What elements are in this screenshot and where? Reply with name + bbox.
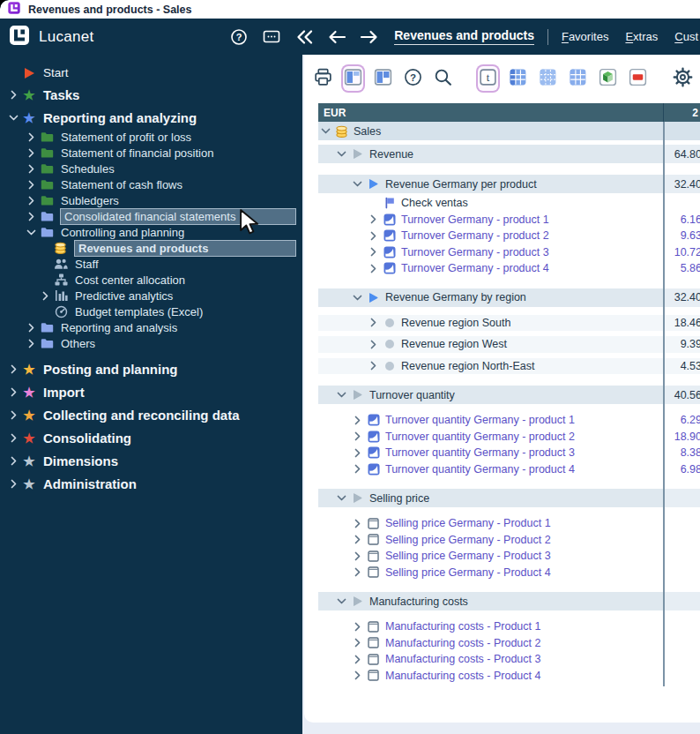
sidebar-item-posting-and-planning[interactable]: ★Posting and planning [0, 357, 302, 380]
printer-icon-button[interactable] [313, 66, 333, 91]
chevron-right-icon[interactable] [352, 621, 363, 633]
row-value[interactable]: 9.63 [663, 228, 700, 244]
row-value[interactable] [663, 489, 700, 507]
double-chevron-left-icon[interactable] [294, 26, 315, 48]
chevron-right-icon[interactable] [352, 447, 363, 459]
chevron-right-icon[interactable] [7, 363, 20, 375]
table-row-turnover-quantity-germany-product-3[interactable]: Turnover quantity Germany - product 38.3… [318, 445, 700, 461]
table-row-turnover-germany-product-1[interactable]: Turnover Germany - product 16.16 [318, 212, 700, 228]
settings-icon-button[interactable] [673, 66, 693, 91]
chevron-right-icon[interactable] [368, 263, 379, 274]
chevron-right-icon[interactable] [7, 455, 20, 467]
help-icon-button[interactable]: ? [403, 66, 423, 91]
chevron-right-icon[interactable] [25, 322, 38, 333]
chevron-right-icon[interactable] [352, 637, 363, 648]
row-value[interactable]: 32.40 [663, 288, 700, 307]
table-row-revenue-region-south[interactable]: Revenue region South18.46 [318, 315, 700, 332]
row-value[interactable] [663, 565, 700, 581]
text-view-icon-button[interactable]: t [478, 66, 498, 91]
table-row-sales[interactable]: Sales [318, 122, 700, 140]
sidebar-item-staff[interactable]: Staff [0, 256, 302, 272]
table-row-turnover-quantity-germany-product-1[interactable]: Turnover quantity Germany - product 16.2… [318, 412, 700, 429]
chevron-right-icon[interactable] [39, 290, 52, 302]
chevron-right-icon[interactable] [25, 131, 38, 143]
sidebar-item-predictive-analytics[interactable]: Predictive analytics [0, 288, 302, 303]
chevron-right-icon[interactable] [352, 654, 363, 665]
row-value[interactable] [663, 532, 700, 549]
chevron-right-icon[interactable] [25, 195, 38, 206]
chevron-down-icon[interactable] [320, 125, 331, 137]
chevron-down-icon[interactable] [336, 148, 347, 160]
chevron-down-icon[interactable] [7, 112, 20, 124]
chevron-right-icon[interactable] [352, 431, 363, 442]
sidebar-item-schedules[interactable]: Schedules [0, 161, 302, 176]
sidebar-item-reporting-and-analyzing[interactable]: ★Reporting and analyzing [0, 106, 302, 129]
chevron-right-icon[interactable] [352, 518, 363, 529]
row-value[interactable]: 40.56 [663, 386, 700, 404]
menu-favorites[interactable]: Favorites [562, 30, 608, 43]
cube-icon-button[interactable] [598, 66, 618, 91]
search-icon-button[interactable] [433, 66, 453, 91]
row-value[interactable] [663, 195, 700, 212]
row-value[interactable]: 9.39 [663, 336, 700, 353]
chevron-right-icon[interactable] [7, 386, 20, 398]
sidebar-item-cost-center-allocation[interactable]: Cost center allocation [0, 272, 302, 288]
chevron-right-icon[interactable] [7, 89, 20, 101]
table-row-selling-price-germany-product-2[interactable]: Selling price Germany - Product 2 [318, 532, 700, 549]
table-row-manufacturing-costs-product-1[interactable]: Manufacturing costs - Product 1 [318, 618, 700, 635]
layout-sidebar-filled-icon-button[interactable] [343, 66, 363, 91]
table-row-revenue-germany-by-region[interactable]: Revenue Germany by region32.40 [318, 288, 700, 307]
sidebar-item-administration[interactable]: ★Administration [0, 472, 302, 495]
row-value[interactable]: 6.29 [663, 412, 700, 429]
chevron-right-icon[interactable] [352, 463, 363, 475]
chevron-right-icon[interactable] [25, 211, 38, 222]
table-row-revenue-region-north-east[interactable]: Revenue region North-East4.53 [318, 358, 700, 375]
row-value[interactable]: 32.40 [663, 175, 700, 193]
chevron-down-icon[interactable] [336, 389, 347, 401]
row-value[interactable]: 18.90 [663, 429, 700, 446]
chevron-right-icon[interactable] [25, 163, 38, 175]
table-row-manufacturing-costs[interactable]: Manufacturing costs [318, 592, 700, 610]
chevron-right-icon[interactable] [368, 317, 379, 328]
row-value[interactable] [663, 592, 700, 610]
layout-sidebar-icon-button[interactable] [373, 66, 393, 91]
sidebar-item-reporting-and-analysis[interactable]: Reporting and analysis [0, 319, 302, 335]
chat-icon[interactable] [261, 26, 282, 48]
chevron-right-icon[interactable] [7, 409, 20, 421]
chevron-right-icon[interactable] [352, 415, 363, 426]
sidebar-item-consolidating[interactable]: ★Consolidating [0, 426, 302, 449]
row-value[interactable] [663, 548, 700, 565]
chevron-right-icon[interactable] [7, 432, 20, 444]
table-row-selling-price-germany-product-3[interactable]: Selling price Germany - Product 3 [318, 548, 700, 565]
sidebar-item-start[interactable]: Start [0, 63, 302, 83]
chevron-right-icon[interactable] [352, 670, 363, 681]
table-row-turnover-germany-product-2[interactable]: Turnover Germany - product 29.63 [318, 228, 700, 244]
chevron-right-icon[interactable] [7, 478, 20, 490]
table-row-manufacturing-costs-product-3[interactable]: Manufacturing costs - Product 3 [318, 651, 700, 668]
sidebar-item-budget-templates-excel[interactable]: Budget templates (Excel) [0, 303, 302, 319]
table-row-turnover-quantity[interactable]: Turnover quantity40.56 [318, 386, 700, 404]
chevron-right-icon[interactable] [352, 534, 363, 545]
table-row-manufacturing-costs-product-4[interactable]: Manufacturing costs - Product 4 [318, 668, 700, 685]
grid-values-icon-button[interactable] [568, 66, 588, 91]
table-row-turnover-quantity-germany-product-4[interactable]: Turnover quantity Germany - product 46.9… [318, 461, 700, 478]
chevron-down-icon[interactable] [336, 595, 347, 607]
table-row-turnover-germany-product-4[interactable]: Turnover Germany - product 45.86 [318, 260, 700, 277]
row-value[interactable]: 4.53 [663, 358, 700, 375]
table-row-revenue-germany-per-product[interactable]: Revenue Germany per product32.40 [318, 175, 700, 193]
row-value[interactable]: 8.38 [663, 445, 700, 461]
row-value[interactable] [663, 515, 700, 532]
table-row-revenue[interactable]: Revenue64.80 [318, 145, 700, 163]
arrow-right-icon[interactable] [359, 26, 380, 48]
row-value[interactable] [663, 651, 700, 668]
row-value[interactable]: 18.46 [663, 315, 700, 332]
table-row-selling-price-germany-product-4[interactable]: Selling price Germany - Product 4 [318, 565, 700, 581]
table-row-turnover-germany-product-3[interactable]: Turnover Germany - product 310.72 [318, 244, 700, 261]
chevron-right-icon[interactable] [25, 147, 38, 159]
menu-extras[interactable]: Extras [625, 30, 658, 43]
sidebar-item-collecting-and-reconciling-data[interactable]: ★Collecting and reconciling data [0, 403, 302, 426]
table-row-selling-price[interactable]: Selling price [318, 489, 700, 507]
chevron-down-icon[interactable] [336, 492, 347, 504]
row-value[interactable] [663, 668, 700, 685]
table-row-check-ventas[interactable]: Check ventas [318, 195, 700, 212]
